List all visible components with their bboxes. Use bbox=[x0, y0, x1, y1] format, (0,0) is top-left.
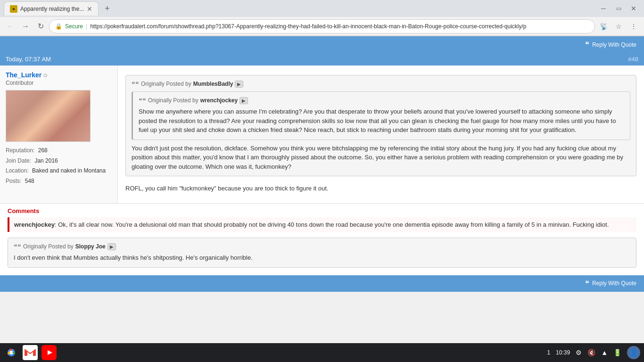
inner-quote-text: Show me anywhere where you can assume I'… bbox=[139, 107, 624, 135]
maximize-button[interactable]: ▭ bbox=[612, 2, 625, 15]
secure-label: Secure bbox=[65, 23, 83, 30]
battery-icon: 🔋 bbox=[613, 349, 621, 356]
second-quote-view-button[interactable]: ▶ bbox=[107, 243, 116, 250]
outer-quote-block: ❝❝ Originally Posted by MumblesBadly ▶ ❝… bbox=[125, 75, 636, 176]
refresh-button[interactable]: ↻ bbox=[34, 20, 47, 33]
reply-with-quote-label: Reply With Quote bbox=[592, 41, 636, 48]
tab-bar: ♠ Apparently realizing the... ✕ + ─ ▭ ✕ bbox=[0, 0, 644, 17]
second-quote-icon: ❝❝ bbox=[14, 243, 21, 250]
comment-item: wrenchjockey: Ok, it's all clear now. Yo… bbox=[8, 217, 636, 232]
bookmark-button[interactable]: ☆ bbox=[612, 20, 625, 33]
comments-label: Comments bbox=[8, 207, 636, 214]
post-header: Today, 07:37 AM #48 bbox=[0, 53, 644, 66]
chrome-taskbar-icon[interactable] bbox=[4, 345, 19, 360]
top-reply-bar: ❝ Reply With Quote bbox=[0, 36, 644, 53]
reputation-value: 268 bbox=[38, 147, 48, 154]
bottom-reply-bar: ❝ Reply With Quote bbox=[0, 275, 644, 292]
user-role: Contributor bbox=[6, 80, 112, 86]
bottom-reply-with-quote-label: Reply With Quote bbox=[592, 280, 636, 287]
username[interactable]: The_Lurker bbox=[6, 71, 41, 79]
posts-label: Posts: bbox=[6, 178, 21, 184]
close-button[interactable]: ✕ bbox=[627, 2, 640, 15]
page-content: ❝ Reply With Quote Today, 07:37 AM #48 T… bbox=[0, 36, 644, 362]
taskbar: 1 10:39 ⚙ 🔇 ▲ 🔋 👤 bbox=[0, 343, 644, 362]
inner-quote-author: wrenchjockey bbox=[200, 97, 238, 104]
online-indicator: ◇ bbox=[43, 72, 47, 78]
comment-author: wrenchjockey bbox=[14, 221, 55, 228]
bottom-reply-with-quote-button[interactable]: ❝ Reply With Quote bbox=[585, 279, 636, 288]
outer-quote-author: MumblesBadly bbox=[193, 81, 233, 87]
address-bar[interactable]: 🔒 Secure | https://pokerfraudalert.com/f… bbox=[49, 19, 595, 33]
post-content-area: ❝❝ Originally Posted by MumblesBadly ▶ ❝… bbox=[118, 66, 644, 203]
second-originally-posted-label: Originally Posted by bbox=[23, 243, 74, 250]
post-date: Today, 07:37 AM bbox=[6, 56, 51, 63]
tab-close-button[interactable]: ✕ bbox=[87, 5, 92, 13]
join-date-label: Join Date: bbox=[6, 157, 31, 164]
forward-button[interactable]: → bbox=[19, 20, 32, 33]
menu-button[interactable]: ⋮ bbox=[627, 20, 640, 33]
taskbar-right: 1 10:39 ⚙ 🔇 ▲ 🔋 👤 bbox=[547, 346, 640, 359]
browser-controls: ← → ↻ 🔒 Secure | https://pokerfraudalert… bbox=[0, 17, 644, 36]
inner-quote-header: ❝❝ Originally Posted by wrenchjockey ▶ bbox=[139, 97, 624, 104]
comments-section: Comments wrenchjockey: Ok, it's all clea… bbox=[0, 204, 644, 275]
tab-title: Apparently realizing the... bbox=[20, 6, 84, 12]
comment-text: wrenchjockey: Ok, it's all clear now. Yo… bbox=[14, 220, 609, 230]
user-sidebar: The_Lurker ◇ Contributor Reputation: 268… bbox=[0, 66, 118, 203]
outer-originally-posted-label: Originally Posted by bbox=[141, 81, 191, 87]
location-label: Location: bbox=[6, 167, 29, 174]
wifi-icon: ▲ bbox=[601, 349, 608, 356]
second-quote-author: Sloppy Joe bbox=[75, 243, 106, 250]
location-value: Baked and naked in Montana bbox=[32, 167, 106, 174]
second-quote-block: ❝❝ Originally Posted by Sloppy Joe ▶ I d… bbox=[8, 238, 636, 268]
reply-with-quote-button[interactable]: ❝ Reply With Quote bbox=[585, 40, 636, 49]
active-tab[interactable]: ♠ Apparently realizing the... ✕ bbox=[4, 1, 99, 16]
browser-chrome: ♠ Apparently realizing the... ✕ + ─ ▭ ✕ … bbox=[0, 0, 644, 36]
time-display: 10:39 bbox=[556, 349, 570, 356]
user-avatar-taskbar[interactable]: 👤 bbox=[627, 346, 640, 359]
inner-quote-icon: ❝❝ bbox=[139, 97, 146, 104]
second-quote-text: I don't even think that Mumbles actually… bbox=[14, 253, 630, 263]
post-main-text: ROFL, you call him "fuckmonkey" because … bbox=[125, 184, 636, 194]
taskbar-apps bbox=[4, 345, 57, 360]
tab-favicon: ♠ bbox=[10, 5, 17, 13]
second-quote-header: ❝❝ Originally Posted by Sloppy Joe ▶ bbox=[14, 243, 630, 250]
comment-body: : Ok, it's all clear now. You're a delus… bbox=[55, 221, 609, 228]
new-tab-button[interactable]: + bbox=[100, 2, 114, 15]
reputation-label: Reputation: bbox=[6, 147, 34, 154]
inner-quote-view-button[interactable]: ▶ bbox=[239, 97, 248, 104]
cast-button[interactable]: 📡 bbox=[597, 20, 610, 33]
user-stats: Reputation: 268 Join Date: Jan 2016 Loca… bbox=[6, 146, 112, 186]
join-date-value: Jan 2016 bbox=[34, 157, 58, 164]
inner-originally-posted-label: Originally Posted by bbox=[148, 97, 198, 104]
quote-icon-top: ❝ bbox=[585, 40, 589, 49]
speaker-icon: 🔇 bbox=[587, 349, 595, 356]
outer-quote-icon: ❝❝ bbox=[132, 80, 139, 88]
outer-quote-header: ❝❝ Originally Posted by MumblesBadly ▶ bbox=[132, 80, 630, 88]
back-button[interactable]: ← bbox=[4, 20, 17, 33]
user-avatar bbox=[6, 90, 91, 142]
url-text: https://pokerfraudalert.com/forum/showth… bbox=[90, 23, 589, 30]
settings-icon: ⚙ bbox=[576, 349, 582, 356]
secure-icon: 🔒 bbox=[55, 23, 62, 30]
avatar-image bbox=[6, 90, 90, 141]
posts-value: 548 bbox=[25, 178, 34, 184]
youtube-taskbar-icon[interactable] bbox=[41, 345, 57, 360]
quote-icon-bottom: ❝ bbox=[585, 279, 589, 288]
minimize-button[interactable]: ─ bbox=[597, 2, 610, 15]
gmail-taskbar-icon[interactable] bbox=[23, 345, 38, 360]
inner-quote-block: ❝❝ Originally Posted by wrenchjockey ▶ S… bbox=[132, 91, 630, 140]
post-number: #48 bbox=[628, 56, 638, 63]
post-container: The_Lurker ◇ Contributor Reputation: 268… bbox=[0, 66, 644, 204]
outer-quote-text: You didn't just post the resolution, dic… bbox=[132, 144, 630, 172]
outer-quote-view-button[interactable]: ▶ bbox=[235, 81, 243, 88]
notification-count: 1 bbox=[547, 349, 550, 356]
